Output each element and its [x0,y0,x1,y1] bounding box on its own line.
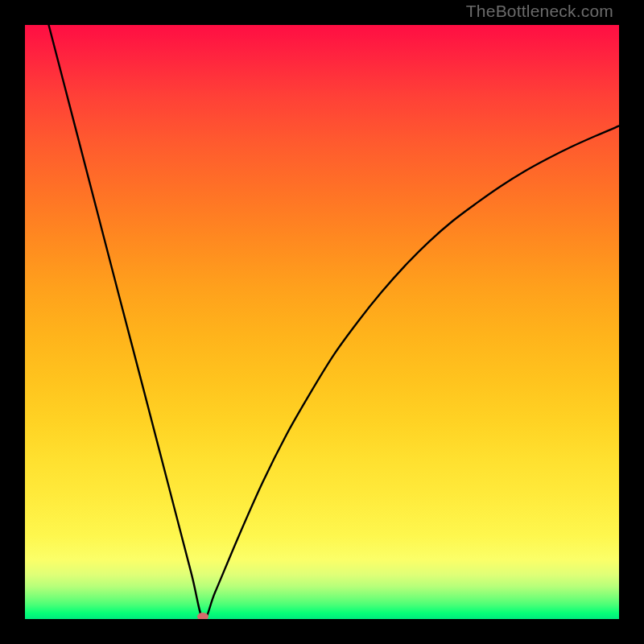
watermark-text: TheBottleneck.com [466,2,613,21]
plot-area [25,25,619,619]
minimum-marker [197,613,208,619]
chart-frame: TheBottleneck.com [0,0,644,644]
bottleneck-curve [25,25,619,619]
